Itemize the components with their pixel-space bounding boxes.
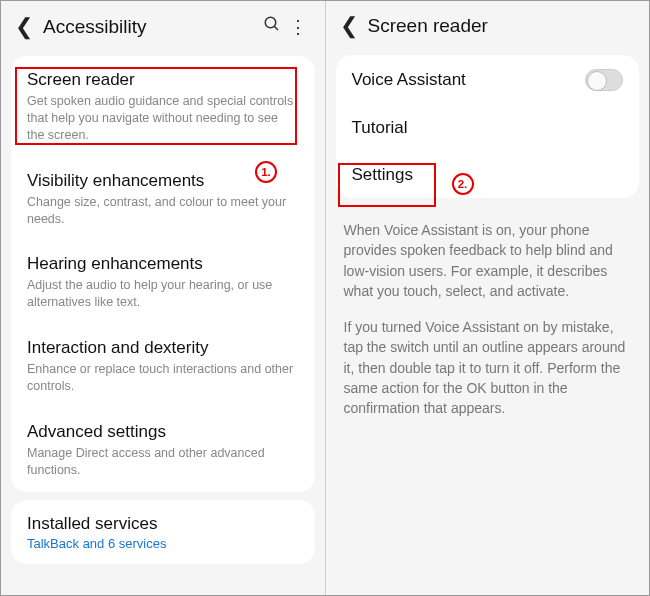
item-interaction-dexterity[interactable]: Interaction and dexterity Enhance or rep… <box>11 324 315 408</box>
svg-line-1 <box>274 26 278 30</box>
screen-reader-card: Voice Assistant Tutorial Settings <box>336 55 640 198</box>
item-advanced-settings[interactable]: Advanced settings Manage Direct access a… <box>11 408 315 492</box>
item-title: Voice Assistant <box>352 70 466 90</box>
item-settings[interactable]: Settings <box>336 151 640 198</box>
settings-list-card: Screen reader Get spoken audio guidance … <box>11 56 315 492</box>
more-icon[interactable]: ⋮ <box>285 16 311 38</box>
header: ❮ Screen reader <box>326 1 650 47</box>
item-title: Interaction and dexterity <box>27 338 299 358</box>
item-title: Hearing enhancements <box>27 254 299 274</box>
item-sub: Enhance or replace touch interactions an… <box>27 361 299 395</box>
item-hearing-enhancements[interactable]: Hearing enhancements Adjust the audio to… <box>11 240 315 324</box>
search-icon[interactable] <box>259 15 285 38</box>
item-title: Visibility enhancements <box>27 171 299 191</box>
accessibility-screen: ❮ Accessibility ⋮ Screen reader Get spok… <box>1 1 326 595</box>
screen-reader-screen: ❮ Screen reader Voice Assistant Tutorial… <box>326 1 650 595</box>
item-screen-reader[interactable]: Screen reader Get spoken audio guidance … <box>11 56 315 157</box>
header: ❮ Accessibility ⋮ <box>1 1 325 48</box>
item-title: Installed services <box>27 514 299 534</box>
back-icon[interactable]: ❮ <box>340 15 362 37</box>
item-title: Settings <box>352 165 624 185</box>
item-tutorial[interactable]: Tutorial <box>336 104 640 151</box>
item-visibility-enhancements[interactable]: Visibility enhancements Change size, con… <box>11 157 315 241</box>
item-title: Tutorial <box>352 118 624 138</box>
back-icon[interactable]: ❮ <box>15 16 37 38</box>
item-sub: Change size, contrast, and colour to mee… <box>27 194 299 228</box>
description-paragraph: When Voice Assistant is on, your phone p… <box>344 220 632 301</box>
item-title: Advanced settings <box>27 422 299 442</box>
item-sub: Manage Direct access and other advanced … <box>27 445 299 479</box>
item-installed-services[interactable]: Installed services TalkBack and 6 servic… <box>11 500 315 564</box>
svg-point-0 <box>265 17 276 28</box>
item-sub: Adjust the audio to help your hearing, o… <box>27 277 299 311</box>
item-voice-assistant[interactable]: Voice Assistant <box>336 55 640 104</box>
item-sub-link: TalkBack and 6 services <box>27 536 299 551</box>
item-sub: Get spoken audio guidance and special co… <box>27 93 299 144</box>
page-title: Screen reader <box>362 15 636 37</box>
voice-assistant-toggle[interactable] <box>585 69 623 91</box>
item-title: Screen reader <box>27 70 299 90</box>
description-paragraph: If you turned Voice Assistant on by mist… <box>344 317 632 418</box>
page-title: Accessibility <box>37 16 259 38</box>
description-block: When Voice Assistant is on, your phone p… <box>326 206 650 433</box>
installed-services-card[interactable]: Installed services TalkBack and 6 servic… <box>11 500 315 564</box>
